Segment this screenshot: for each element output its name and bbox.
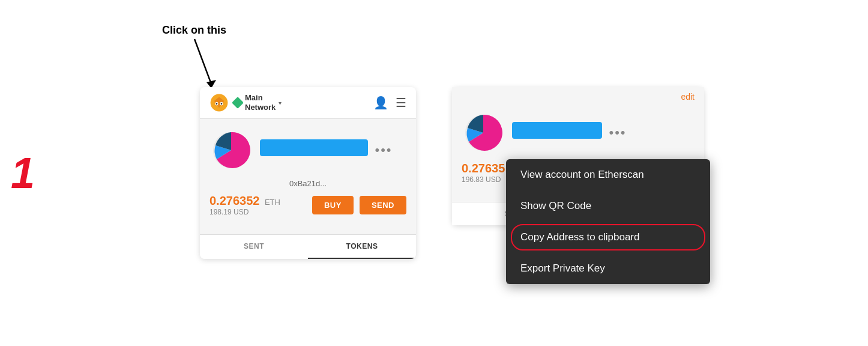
account-name-bar-left (260, 139, 368, 156)
balance-section-left: 0.276352 ETH 198.19 USD BUY SEND (209, 194, 406, 216)
metamask-fox-icon (209, 93, 229, 112)
balance-left: 0.276352 ETH 198.19 USD (209, 194, 280, 216)
wallet-header-left: Main Network ▾ 👤 ☰ (200, 87, 416, 119)
pie-chart-right (462, 111, 505, 154)
balance-eth-left: 0.276352 (209, 194, 259, 207)
dropdown-item-export[interactable]: Export Private Key (506, 253, 710, 284)
wallet-panel-left: Main Network ▾ 👤 ☰ (200, 87, 416, 259)
network-badge-left[interactable]: Main Network ▾ (234, 93, 282, 112)
network-chevron-icon: ▾ (279, 100, 282, 106)
account-address-left: 0xBa21d... (209, 179, 406, 188)
annotation-arrow-icon (170, 39, 219, 93)
tab-sent-left[interactable]: SENT (200, 235, 308, 259)
pie-chart-left (209, 129, 253, 172)
balance-eth-right: 0.27635 (462, 162, 505, 175)
annotation-text: Click on this (162, 24, 226, 37)
dropdown-item-etherscan[interactable]: View account on Etherscan (506, 159, 710, 190)
action-buttons-left: BUY SEND (312, 196, 406, 214)
three-dots-button-right[interactable]: ••• (607, 125, 628, 141)
buy-button-left[interactable]: BUY (312, 196, 354, 214)
right-panel: edit ••• (452, 87, 704, 225)
balance-usd-left: 198.19 USD (209, 208, 280, 216)
account-main-right: ••• (462, 111, 695, 154)
account-name-bar-right (512, 122, 602, 139)
svg-point-6 (221, 103, 222, 105)
account-info-left: ••• (260, 139, 406, 161)
dropdown-item-copy[interactable]: Copy Address to clipboard (506, 222, 710, 253)
dropdown-menu: View account on Etherscan Show QR Code C… (506, 159, 710, 284)
tab-tokens-left[interactable]: TOKENS (308, 235, 416, 259)
menu-icon[interactable]: ☰ (396, 96, 406, 110)
header-right-left: 👤 ☰ (373, 96, 406, 110)
annotation: Click on this (162, 24, 226, 93)
send-button-left[interactable]: SEND (360, 196, 406, 214)
edit-link[interactable]: edit (452, 87, 704, 102)
account-info-right: ••• (512, 122, 695, 144)
network-name-left: Main Network (245, 93, 276, 112)
svg-point-5 (216, 103, 217, 105)
three-dots-button-left[interactable]: ••• (373, 142, 394, 158)
page-wrapper: 1 Click on this (0, 0, 868, 346)
tabs-section-left: SENT TOKENS (200, 234, 416, 259)
header-left: Main Network ▾ (209, 93, 282, 112)
panels-container: Main Network ▾ 👤 ☰ (200, 87, 704, 259)
step-number: 1 (11, 151, 35, 195)
account-section-left: ••• 0xBa21d... 0.276352 ETH 198.19 USD (200, 119, 416, 234)
account-icon[interactable]: 👤 (373, 96, 388, 110)
dropdown-item-qr[interactable]: Show QR Code (506, 190, 710, 222)
network-diamond-icon (232, 97, 244, 109)
account-main-left: ••• (209, 129, 406, 172)
balance-eth-unit-left: ETH (265, 198, 280, 207)
